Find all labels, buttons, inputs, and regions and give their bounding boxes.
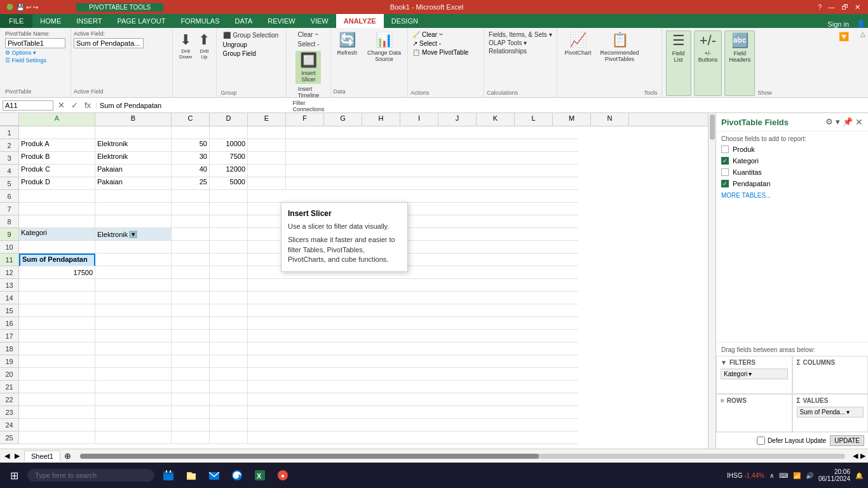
cell-C15[interactable] xyxy=(172,304,210,317)
cell-E1[interactable] xyxy=(248,126,286,139)
drill-down-button[interactable]: ⬇ DrillDown xyxy=(177,30,194,61)
cell-D4[interactable]: 12000 xyxy=(210,165,248,177)
tray-up-icon[interactable]: ∧ xyxy=(770,472,774,479)
cell-D6[interactable] xyxy=(210,190,248,203)
cell-B18[interactable] xyxy=(95,342,172,355)
notification-icon[interactable]: 🔔 xyxy=(855,472,863,479)
col-header-E[interactable]: E xyxy=(248,113,286,126)
clear-action-button[interactable]: 🧹 Clear ~ xyxy=(410,30,481,39)
cell-A2[interactable]: Produk A xyxy=(19,139,95,152)
cell-C22[interactable] xyxy=(172,393,210,406)
clear-button[interactable]: Clear ~ xyxy=(296,30,322,39)
cell-B24[interactable] xyxy=(95,419,172,431)
quick-access-undo[interactable]: ↩ xyxy=(26,4,31,11)
cell-A17[interactable] xyxy=(19,330,95,342)
options-button[interactable]: ⚙ Options ▾ xyxy=(5,50,65,56)
cell-C4[interactable]: 40 xyxy=(172,165,210,177)
pivot-filter-icon[interactable]: 🔽 xyxy=(839,32,849,41)
col-header-J[interactable]: J xyxy=(438,113,477,126)
col-header-B[interactable]: B xyxy=(95,113,172,126)
cell-A20[interactable] xyxy=(19,368,95,381)
cell-B6[interactable] xyxy=(95,190,172,203)
row-header-14[interactable]: 14 xyxy=(0,292,18,304)
sign-in[interactable]: Sign in xyxy=(822,20,854,28)
row-header-25[interactable]: 25 xyxy=(0,431,18,444)
help-btn[interactable]: ? xyxy=(815,3,824,11)
cell-D15[interactable] xyxy=(210,304,248,317)
cell-E5[interactable] xyxy=(248,177,286,190)
cell-D12[interactable] xyxy=(210,266,248,279)
row-header-20[interactable]: 20 xyxy=(0,368,18,381)
cell-E2[interactable] xyxy=(248,139,286,152)
vertical-scrollbar[interactable] xyxy=(708,113,715,449)
drag-area-columns[interactable]: Σ COLUMNS xyxy=(792,356,869,394)
insert-slicer-button[interactable]: 🔲 InsertSlicer xyxy=(295,51,321,84)
col-header-K[interactable]: K xyxy=(477,113,515,126)
horizontal-scrollbar-thumb[interactable] xyxy=(80,454,539,459)
cell-D14[interactable] xyxy=(210,292,248,304)
row-header-18[interactable]: 18 xyxy=(0,342,18,355)
cell-C7[interactable] xyxy=(172,203,210,215)
scroll-left-icon[interactable]: ◀ xyxy=(853,452,858,460)
row-header-12[interactable]: 12 xyxy=(0,266,18,279)
row-header-1[interactable]: 1 xyxy=(0,126,18,139)
drag-area-values[interactable]: Σ VALUES Sum of Penda... ▾ xyxy=(792,394,869,432)
row-header-17[interactable]: 17 xyxy=(0,330,18,342)
tab-review[interactable]: REVIEW xyxy=(260,14,302,28)
cell-B25[interactable] xyxy=(95,431,172,444)
cell-C11[interactable] xyxy=(172,254,210,266)
taskbar-app-edge[interactable] xyxy=(227,465,247,485)
cell-D1[interactable] xyxy=(210,126,248,139)
cell-C16[interactable] xyxy=(172,317,210,330)
select-button[interactable]: Select - xyxy=(296,40,322,48)
col-header-D[interactable]: D xyxy=(210,113,248,126)
pivot-field-pendapatan[interactable]: ✓ Pendapatan xyxy=(716,178,868,189)
row-header-10[interactable]: 10 xyxy=(0,241,18,254)
cell-C18[interactable] xyxy=(172,342,210,355)
sheet-prev-button[interactable]: ◀ xyxy=(3,452,11,460)
change-data-source-button[interactable]: 📊 Change DataSource xyxy=(363,30,405,64)
cell-C9[interactable] xyxy=(172,228,210,241)
row-header-22[interactable]: 22 xyxy=(0,393,18,406)
cell-A19[interactable] xyxy=(19,355,95,368)
quick-access-save[interactable]: 💾 xyxy=(17,4,24,11)
cell-B10[interactable] xyxy=(95,241,172,254)
cell-D19[interactable] xyxy=(210,355,248,368)
cell-C3[interactable]: 30 xyxy=(172,152,210,165)
row-header-19[interactable]: 19 xyxy=(0,355,18,368)
cell-C5[interactable]: 25 xyxy=(172,177,210,190)
cell-C13[interactable] xyxy=(172,279,210,292)
cell-A10[interactable] xyxy=(19,241,95,254)
cell-B8[interactable] xyxy=(95,215,172,228)
pivot-panel-settings-icon[interactable]: ⚙ xyxy=(825,117,833,127)
group-field-button[interactable]: Group Field xyxy=(220,50,257,58)
insert-function-button[interactable]: fx xyxy=(83,100,93,110)
cell-B14[interactable] xyxy=(95,292,172,304)
more-tables-button[interactable]: MORE TABLES... xyxy=(716,189,868,201)
cell-B20[interactable] xyxy=(95,368,172,381)
cell-A15[interactable] xyxy=(19,304,95,317)
cell-C17[interactable] xyxy=(172,330,210,342)
formula-input[interactable] xyxy=(100,102,865,109)
relationships-button[interactable]: Relationships xyxy=(487,47,553,55)
pivot-checkbox-produk[interactable] xyxy=(721,146,729,153)
cell-A18[interactable] xyxy=(19,342,95,355)
col-header-I[interactable]: I xyxy=(400,113,438,126)
cell-B3[interactable]: Elektronik xyxy=(95,152,172,165)
cell-A8[interactable] xyxy=(19,215,95,228)
taskbar-app-red[interactable]: ● xyxy=(273,465,293,485)
plus-minus-buttons-button[interactable]: +/- +/-Buttons xyxy=(694,30,722,96)
row-header-4[interactable]: 4 xyxy=(0,165,18,177)
cell-C23[interactable] xyxy=(172,406,210,419)
cell-B13[interactable] xyxy=(95,279,172,292)
cell-D16[interactable] xyxy=(210,317,248,330)
cell-C12[interactable] xyxy=(172,266,210,279)
recommended-pivottables-button[interactable]: 📋 RecommendedPivotTables xyxy=(597,30,643,96)
col-header-C[interactable]: C xyxy=(172,113,210,126)
add-sheet-button[interactable]: ⊕ xyxy=(60,450,75,462)
scroll-right-icon[interactable]: ▶ xyxy=(860,452,865,460)
pivot-panel-close-button[interactable]: ✕ xyxy=(855,117,863,127)
sheet-next-button[interactable]: ▶ xyxy=(13,452,22,460)
col-header-F[interactable]: F xyxy=(286,113,324,126)
cell-B21[interactable] xyxy=(95,381,172,393)
